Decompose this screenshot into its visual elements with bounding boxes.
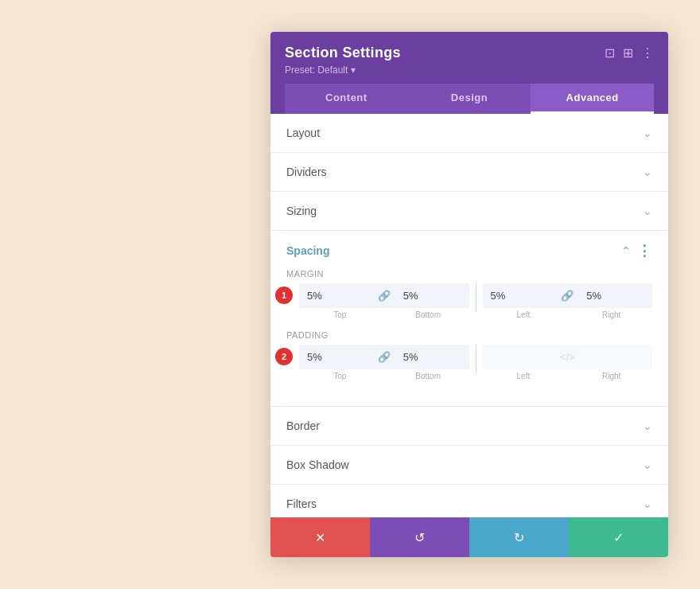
padding-left-right-labels: Left Right xyxy=(483,372,653,380)
margin-field-row: 1 🔗 Top Bottom xyxy=(286,283,652,319)
margin-separator xyxy=(476,283,476,312)
spacing-section: Spacing ⌃ ⋮ Margin 1 🔗 xyxy=(270,231,668,407)
tab-design[interactable]: Design xyxy=(408,84,531,114)
panel-tabs: Content Design Advanced xyxy=(285,84,654,114)
padding-top-input[interactable] xyxy=(299,345,373,369)
padding-bottom-input[interactable] xyxy=(395,345,469,369)
margin-link-icon-left[interactable]: 🔗 xyxy=(373,290,395,302)
margin-left-input[interactable] xyxy=(483,283,557,308)
padding-link-icon-right[interactable]: </> xyxy=(555,351,580,363)
cancel-button[interactable]: ✕ xyxy=(270,517,370,557)
box-shadow-chevron: ⌄ xyxy=(643,458,652,471)
spacing-icons: ⌃ ⋮ xyxy=(621,242,652,259)
layout-section[interactable]: Layout ⌄ xyxy=(270,114,668,153)
panel-header: Section Settings ⊡ ⊞ ⋮ Preset: Default ▾… xyxy=(270,32,668,114)
layout-label: Layout xyxy=(286,127,320,139)
filters-chevron: ⌄ xyxy=(643,497,652,510)
panel-title-row: Section Settings ⊡ ⊞ ⋮ xyxy=(285,45,654,61)
section-settings-panel: Section Settings ⊡ ⊞ ⋮ Preset: Default ▾… xyxy=(270,32,668,557)
margin-left-label: Left xyxy=(483,310,565,319)
margin-group: Margin 1 🔗 Top Bottom xyxy=(286,269,652,319)
padding-top-bottom-pair: 🔗 xyxy=(299,345,469,369)
padding-left-label: Left xyxy=(483,372,565,380)
redo-button[interactable]: ↻ xyxy=(469,517,569,557)
screen-icon[interactable]: ⊡ xyxy=(605,45,615,60)
tab-content[interactable]: Content xyxy=(285,84,408,114)
margin-left-right-pair: 🔗 xyxy=(483,283,653,308)
panel-title-icons: ⊡ ⊞ ⋮ xyxy=(605,45,654,60)
padding-label: Padding xyxy=(286,330,652,340)
border-section[interactable]: Border ⌄ xyxy=(270,407,668,446)
panel-footer: ✕ ↺ ↻ ✓ xyxy=(270,517,668,557)
columns-icon[interactable]: ⊞ xyxy=(623,45,633,60)
panel-title: Section Settings xyxy=(285,45,401,61)
margin-right-label: Right xyxy=(570,310,652,319)
layout-chevron: ⌄ xyxy=(643,127,652,139)
padding-right-label: Right xyxy=(570,372,652,380)
margin-top-label: Top xyxy=(299,310,381,319)
spacing-label: Spacing xyxy=(286,244,329,257)
dividers-chevron: ⌄ xyxy=(643,166,652,178)
box-shadow-section[interactable]: Box Shadow ⌄ xyxy=(270,446,668,485)
padding-top-bottom-labels: Top Bottom xyxy=(299,372,469,380)
sizing-label: Sizing xyxy=(286,205,317,217)
padding-bottom-label: Bottom xyxy=(387,372,469,380)
margin-top-bottom-labels: Top Bottom xyxy=(299,310,469,319)
panel-body: Layout ⌄ Dividers ⌄ Sizing ⌄ Spacing ⌃ ⋮ xyxy=(270,114,668,517)
sizing-chevron: ⌄ xyxy=(643,205,652,217)
border-chevron: ⌄ xyxy=(643,419,652,432)
margin-left-right-labels: Left Right xyxy=(483,310,653,319)
more-icon[interactable]: ⋮ xyxy=(641,45,654,60)
padding-group: Padding 2 🔗 Top Bottom xyxy=(286,330,652,380)
tab-advanced[interactable]: Advanced xyxy=(531,84,654,114)
margin-top-input[interactable] xyxy=(299,283,373,308)
preset-label[interactable]: Preset: Default ▾ xyxy=(285,64,654,76)
padding-field-row: 2 🔗 Top Bottom xyxy=(286,345,652,380)
margin-bottom-input[interactable] xyxy=(395,283,469,308)
border-label: Border xyxy=(286,419,320,432)
margin-label: Margin xyxy=(286,269,652,279)
padding-top-label: Top xyxy=(299,372,381,380)
save-button[interactable]: ✓ xyxy=(569,517,668,557)
filters-label: Filters xyxy=(286,497,317,510)
padding-separator xyxy=(476,345,476,373)
padding-right-input[interactable] xyxy=(580,345,652,369)
dividers-section[interactable]: Dividers ⌄ xyxy=(270,153,668,192)
box-shadow-label: Box Shadow xyxy=(286,458,349,471)
dividers-label: Dividers xyxy=(286,166,327,178)
padding-left-input[interactable] xyxy=(483,345,555,369)
margin-right-input[interactable] xyxy=(578,283,652,308)
padding-link-icon-left[interactable]: 🔗 xyxy=(373,351,395,363)
spacing-more-icon[interactable]: ⋮ xyxy=(637,242,652,259)
margin-link-icon-right[interactable]: 🔗 xyxy=(556,290,578,302)
margin-top-bottom-pair: 🔗 xyxy=(299,283,469,308)
spacing-header: Spacing ⌃ ⋮ xyxy=(286,242,652,259)
padding-left-right-pair: </> xyxy=(483,345,653,369)
filters-section[interactable]: Filters ⌄ xyxy=(270,485,668,517)
padding-badge: 2 xyxy=(275,348,293,365)
margin-badge: 1 xyxy=(275,287,293,304)
undo-button[interactable]: ↺ xyxy=(370,517,469,557)
spacing-collapse-icon[interactable]: ⌃ xyxy=(621,244,631,257)
sizing-section[interactable]: Sizing ⌄ xyxy=(270,192,668,231)
margin-bottom-label: Bottom xyxy=(387,310,469,319)
